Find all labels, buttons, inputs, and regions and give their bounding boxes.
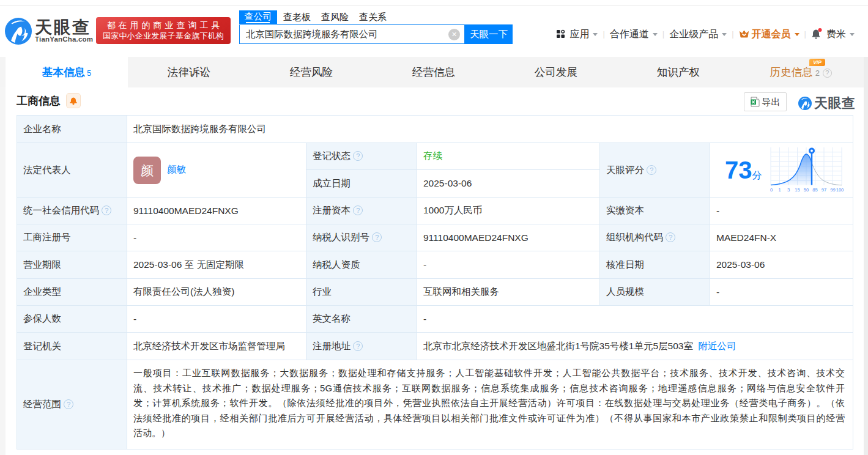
svg-text:100: 100 [836, 187, 844, 193]
svg-text:15: 15 [795, 187, 799, 193]
svg-text:99: 99 [830, 187, 835, 193]
svg-text:0: 0 [770, 187, 772, 193]
svg-text:85: 85 [812, 187, 817, 193]
svg-text:3: 3 [787, 187, 789, 193]
svg-text:97: 97 [821, 187, 826, 193]
svg-text:50: 50 [803, 187, 808, 193]
svg-text:1: 1 [778, 187, 781, 193]
